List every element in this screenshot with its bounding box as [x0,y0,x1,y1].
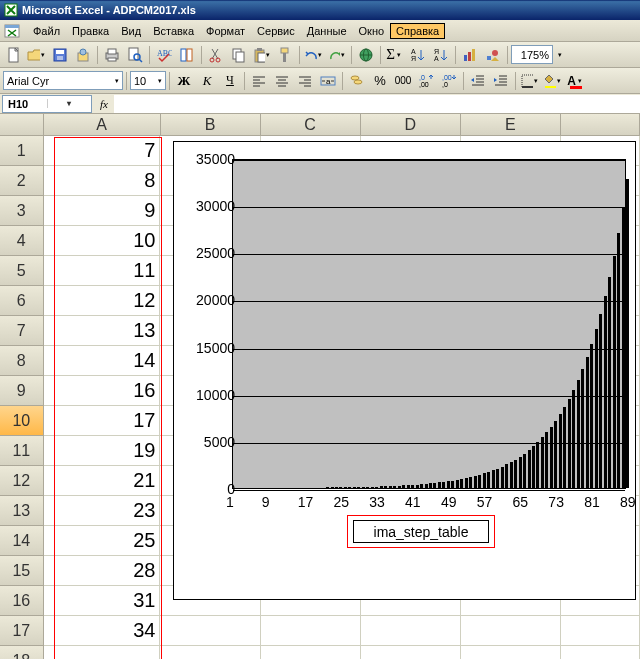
comma-icon[interactable]: 000 [392,70,414,92]
bold-icon[interactable]: Ж [173,70,195,92]
cell[interactable] [461,646,561,659]
cell[interactable] [361,616,461,646]
row-header[interactable]: 6 [0,286,44,316]
align-center-icon[interactable] [271,70,293,92]
align-left-icon[interactable] [248,70,270,92]
increase-decimal-icon[interactable]: ,0,00 [415,70,437,92]
cut-icon[interactable] [205,44,227,66]
row-header[interactable]: 11 [0,436,44,466]
menu-edit[interactable]: Правка [66,23,115,39]
menu-insert[interactable]: Вставка [147,23,200,39]
row-header[interactable]: 16 [0,586,44,616]
open-icon[interactable]: ▾ [26,44,48,66]
fx-icon[interactable]: fx [94,95,114,113]
permission-icon[interactable] [72,44,94,66]
name-box[interactable]: H10 ▾ [2,95,92,113]
cell[interactable]: 8 [44,166,161,196]
cell[interactable]: 13 [44,316,161,346]
merge-center-icon[interactable]: a [317,70,339,92]
row-header[interactable]: 14 [0,526,44,556]
row-header[interactable]: 2 [0,166,44,196]
spelling-icon[interactable]: ABC [153,44,175,66]
sort-asc-icon[interactable]: АЯ [407,44,429,66]
cell[interactable]: 17 [44,406,161,436]
menu-file[interactable]: Файл [27,23,66,39]
worksheet-grid[interactable]: A B C D E 172839410511612713814916101711… [0,114,640,659]
save-icon[interactable] [49,44,71,66]
formula-input[interactable] [114,95,640,113]
new-icon[interactable] [3,44,25,66]
drawing-icon[interactable] [482,44,504,66]
format-painter-icon[interactable] [274,44,296,66]
research-icon[interactable] [176,44,198,66]
cell[interactable]: 9 [44,196,161,226]
font-size-combo[interactable]: 10▾ [130,71,166,90]
cell[interactable] [561,646,640,659]
percent-icon[interactable]: % [369,70,391,92]
row-header[interactable]: 12 [0,466,44,496]
cell[interactable]: 16 [44,376,161,406]
row-header[interactable]: 9 [0,376,44,406]
select-all-corner[interactable] [0,114,44,136]
cell[interactable] [261,616,361,646]
chart-wizard-icon[interactable] [459,44,481,66]
cell[interactable] [160,646,260,659]
cell[interactable]: 14 [44,346,161,376]
cell[interactable]: 19 [44,436,161,466]
sort-desc-icon[interactable]: ЯА [430,44,452,66]
row-header[interactable]: 7 [0,316,44,346]
name-box-dropdown[interactable]: ▾ [47,99,92,108]
row-header[interactable]: 15 [0,556,44,586]
undo-icon[interactable]: ▾ [303,44,325,66]
cell[interactable] [261,646,361,659]
decrease-decimal-icon[interactable]: ,00,0 [438,70,460,92]
hyperlink-icon[interactable] [355,44,377,66]
decrease-indent-icon[interactable] [467,70,489,92]
italic-icon[interactable]: К [196,70,218,92]
menu-help[interactable]: Справка [390,23,445,39]
col-header-B[interactable]: B [161,114,261,136]
cell[interactable]: 25 [44,526,161,556]
cell[interactable]: 34 [44,616,161,646]
menu-window[interactable]: Окно [353,23,391,39]
row-header[interactable]: 18 [0,646,44,659]
fill-color-icon[interactable]: ▾ [542,70,564,92]
print-preview-icon[interactable] [124,44,146,66]
cell[interactable] [461,616,561,646]
workbook-icon[interactable] [3,22,21,40]
zoom-combo[interactable]: 175% [511,45,553,64]
row-header[interactable]: 5 [0,256,44,286]
cell[interactable] [561,616,640,646]
embedded-chart[interactable]: 05000100001500020000250003000035000 1917… [173,141,636,600]
menu-data[interactable]: Данные [301,23,353,39]
cell[interactable]: 10 [44,226,161,256]
row-header[interactable]: 17 [0,616,44,646]
cell[interactable]: 12 [44,286,161,316]
currency-icon[interactable] [346,70,368,92]
paste-icon[interactable]: ▾ [251,44,273,66]
align-right-icon[interactable] [294,70,316,92]
print-icon[interactable] [101,44,123,66]
menu-tools[interactable]: Сервис [251,23,301,39]
menu-view[interactable]: Вид [115,23,147,39]
menu-format[interactable]: Формат [200,23,251,39]
redo-icon[interactable]: ▾ [326,44,348,66]
cell[interactable] [44,646,161,659]
cell[interactable]: 23 [44,496,161,526]
increase-indent-icon[interactable] [490,70,512,92]
cell[interactable]: 28 [44,556,161,586]
borders-icon[interactable]: ▾ [519,70,541,92]
row-header[interactable]: 8 [0,346,44,376]
font-name-combo[interactable]: Arial Cyr▾ [3,71,123,90]
cell[interactable]: 7 [44,136,161,166]
col-header-C[interactable]: C [261,114,361,136]
row-header[interactable]: 13 [0,496,44,526]
copy-icon[interactable] [228,44,250,66]
cell[interactable]: 11 [44,256,161,286]
col-header-F[interactable] [561,114,640,136]
cell[interactable]: 31 [44,586,161,616]
col-header-E[interactable]: E [461,114,561,136]
row-header[interactable]: 10 [0,406,44,436]
underline-icon[interactable]: Ч [219,70,241,92]
col-header-D[interactable]: D [361,114,461,136]
